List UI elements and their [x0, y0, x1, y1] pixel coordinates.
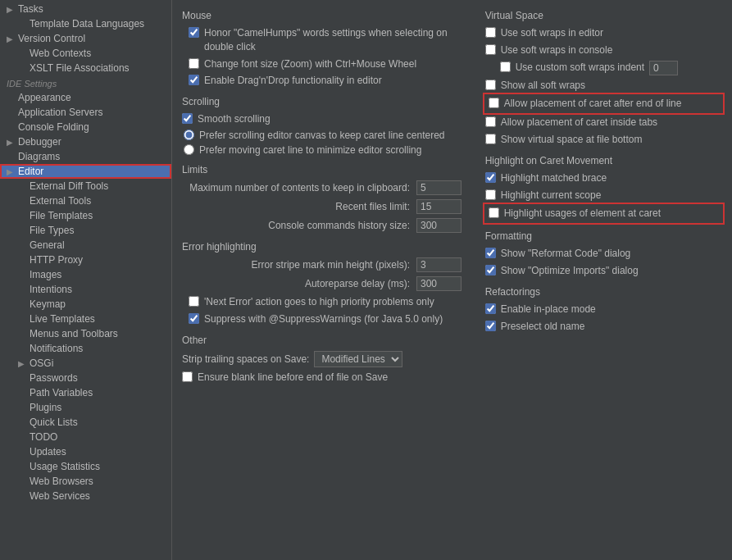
- sidebar-item-label-external-diff-tools: External Diff Tools: [30, 180, 168, 192]
- sidebar-item-path-variables[interactable]: Path Variables: [0, 385, 171, 400]
- sidebar-item-plugins[interactable]: Plugins: [0, 400, 171, 415]
- formatting-section-title: Formatting: [485, 230, 722, 242]
- prefer-minimize-label: Prefer moving caret line to minimize edi…: [199, 144, 421, 156]
- sidebar-item-web-browsers[interactable]: Web Browsers: [0, 474, 171, 489]
- sidebar-item-http-proxy[interactable]: HTTP Proxy: [0, 253, 171, 267]
- sidebar-item-label-general: General: [30, 239, 168, 251]
- camelhumps-label: Honor "CamelHumps" words settings when s…: [204, 26, 472, 54]
- caret-after-end-checkbox[interactable]: [489, 98, 499, 108]
- sidebar-item-label-todo: TODO: [30, 431, 168, 443]
- sidebar-item-label-debugger: Debugger: [18, 136, 168, 148]
- sidebar-item-appearance[interactable]: Appearance: [0, 90, 171, 105]
- sidebar-item-label-application-servers: Application Servers: [18, 107, 168, 118]
- sidebar-item-diagrams[interactable]: Diagrams: [0, 149, 171, 164]
- sidebar-item-label-keymap: Keymap: [30, 298, 168, 310]
- sidebar-item-passwords[interactable]: Passwords: [0, 371, 171, 385]
- sidebar-item-todo[interactable]: TODO: [0, 430, 171, 444]
- sidebar-item-keymap[interactable]: Keymap: [0, 297, 171, 312]
- matched-brace-label: Highlight matched brace: [501, 171, 607, 185]
- clipboard-input[interactable]: [416, 180, 461, 195]
- soft-wraps-editor-checkbox[interactable]: [485, 27, 496, 38]
- stripe-height-input[interactable]: [416, 257, 461, 272]
- sidebar-item-osgi[interactable]: ▶OSGi: [0, 356, 171, 371]
- custom-soft-wraps-checkbox[interactable]: [500, 61, 511, 72]
- caret-inside-tabs-label: Allow placement of caret inside tabs: [501, 116, 657, 130]
- caret-after-end-label: Allow placement of caret after end of li…: [504, 97, 682, 111]
- next-error-label: 'Next Error' action goes to high priorit…: [204, 295, 434, 309]
- sidebar-item-label-file-templates: File Templates: [30, 210, 168, 221]
- soft-wraps-console-checkbox[interactable]: [485, 44, 496, 55]
- sidebar-item-console-folding[interactable]: Console Folding: [0, 120, 171, 134]
- optimize-imports-checkbox[interactable]: [485, 265, 496, 275]
- inplace-mode-checkbox[interactable]: [485, 303, 496, 314]
- sidebar-item-version-control[interactable]: ▶Version Control: [0, 31, 171, 46]
- font-zoom-label: Change font size (Zoom) with Ctrl+Mouse …: [204, 57, 416, 71]
- sidebar-item-updates[interactable]: Updates: [0, 444, 171, 459]
- sidebar-item-label-editor: Editor: [18, 166, 168, 177]
- autoreparse-input[interactable]: [416, 276, 461, 291]
- sidebar-item-external-diff-tools[interactable]: External Diff Tools: [0, 179, 171, 193]
- sidebar-item-label-osgi: OSGi: [30, 357, 168, 369]
- matched-brace-checkbox[interactable]: [485, 172, 496, 183]
- sidebar-item-label-external-tools: External Tools: [30, 195, 168, 207]
- sidebar-item-label-tasks: Tasks: [18, 3, 168, 15]
- sidebar-item-label-console-folding: Console Folding: [18, 121, 168, 133]
- sidebar-item-label-diagrams: Diagrams: [18, 151, 168, 162]
- sidebar-item-menus-and-toolbars[interactable]: Menus and Toolbars: [0, 326, 171, 341]
- strip-select[interactable]: Modified Lines None All: [314, 351, 402, 367]
- sidebar-item-label-live-templates: Live Templates: [30, 313, 168, 325]
- sidebar-item-usage-statistics[interactable]: Usage Statistics: [0, 459, 171, 474]
- sidebar-item-file-templates[interactable]: File Templates: [0, 208, 171, 223]
- ide-settings-separator: IDE Settings: [0, 75, 171, 90]
- smooth-scroll-checkbox[interactable]: [182, 113, 193, 124]
- dragdrop-checkbox[interactable]: [189, 75, 199, 85]
- sidebar-item-label-images: Images: [30, 269, 168, 280]
- sidebar-item-label-appearance: Appearance: [18, 92, 168, 103]
- current-scope-checkbox[interactable]: [485, 189, 496, 200]
- sidebar-item-application-servers[interactable]: Application Servers: [0, 105, 171, 120]
- sidebar-item-intentions[interactable]: Intentions: [0, 282, 171, 297]
- sidebar-item-label-xslt-file-associations: XSLT File Associations: [30, 62, 168, 74]
- custom-soft-wraps-label: Use custom soft wraps indent: [516, 61, 644, 75]
- sidebar-item-general[interactable]: General: [0, 238, 171, 253]
- sidebar-item-web-contexts[interactable]: Web Contexts: [0, 46, 171, 61]
- virtual-space-bottom-checkbox[interactable]: [485, 134, 496, 144]
- reformat-code-label: Show "Reformat Code" dialog: [501, 247, 631, 261]
- ensure-blank-checkbox[interactable]: [182, 371, 193, 382]
- recent-files-input[interactable]: [416, 199, 461, 214]
- show-all-soft-checkbox[interactable]: [485, 80, 496, 90]
- sidebar-item-images[interactable]: Images: [0, 267, 171, 282]
- arrow-icon-debugger: ▶: [7, 138, 16, 147]
- sidebar-item-web-services[interactable]: Web Services: [0, 489, 171, 503]
- camelhumps-checkbox[interactable]: [189, 27, 199, 38]
- sidebar-item-editor[interactable]: ▶Editor: [0, 164, 171, 179]
- sidebar-item-external-tools[interactable]: External Tools: [0, 193, 171, 208]
- sidebar-item-debugger[interactable]: ▶Debugger: [0, 134, 171, 149]
- error-section-title: Error highlighting: [182, 241, 472, 253]
- prefer-center-label: Prefer scrolling editor canvas to keep c…: [199, 130, 445, 141]
- next-error-checkbox[interactable]: [189, 296, 199, 307]
- stripe-height-label: Error stripe mark min height (pixels):: [189, 259, 410, 271]
- custom-indent-input[interactable]: [649, 61, 678, 75]
- dragdrop-label: Enable Drag'n'Drop functionality in edit…: [204, 74, 382, 88]
- sidebar-item-label-usage-statistics: Usage Statistics: [30, 461, 168, 472]
- sidebar-item-xslt-file-associations[interactable]: XSLT File Associations: [0, 61, 171, 75]
- sidebar-item-live-templates[interactable]: Live Templates: [0, 312, 171, 326]
- inplace-mode-label: Enable in-place mode: [501, 303, 596, 316]
- font-zoom-checkbox[interactable]: [189, 58, 199, 69]
- prefer-minimize-radio[interactable]: [184, 144, 194, 155]
- usages-at-caret-checkbox[interactable]: [489, 207, 499, 218]
- sidebar-item-template-data-languages[interactable]: Template Data Languages: [0, 16, 171, 31]
- reformat-code-checkbox[interactable]: [485, 248, 496, 258]
- smooth-scroll-label: Smooth scrolling: [198, 112, 271, 126]
- sidebar-item-file-types[interactable]: File Types: [0, 223, 171, 238]
- sidebar-item-label-updates: Updates: [30, 446, 168, 458]
- caret-inside-tabs-checkbox[interactable]: [485, 116, 496, 127]
- sidebar-item-notifications[interactable]: Notifications: [0, 341, 171, 356]
- sidebar-item-tasks[interactable]: ▶Tasks: [0, 2, 171, 16]
- sidebar-item-quick-lists[interactable]: Quick Lists: [0, 415, 171, 430]
- preselect-old-checkbox[interactable]: [485, 321, 496, 331]
- console-history-input[interactable]: [416, 218, 461, 233]
- suppress-warnings-checkbox[interactable]: [189, 313, 199, 324]
- prefer-center-radio[interactable]: [184, 130, 194, 140]
